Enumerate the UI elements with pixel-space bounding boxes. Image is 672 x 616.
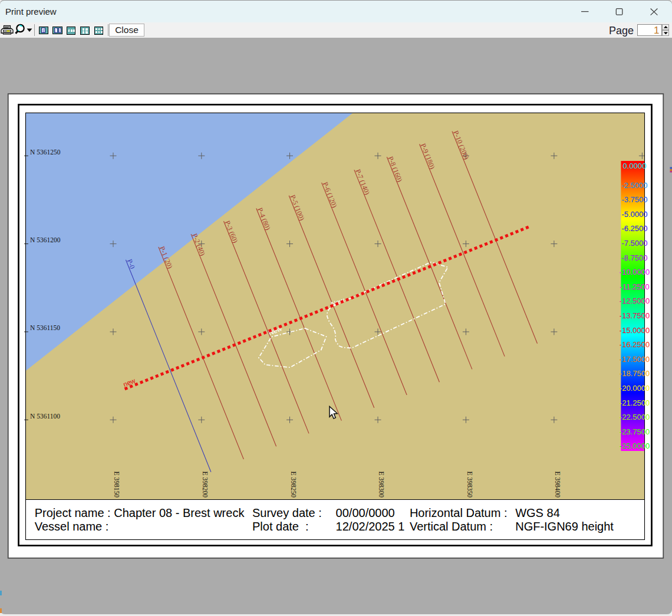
svg-text:Horizontal Datum :: Horizontal Datum :	[410, 506, 508, 519]
svg-text:-13.7500: -13.7500	[620, 311, 650, 320]
svg-text:-17.5000: -17.5000	[620, 355, 650, 364]
svg-text:-5.0000: -5.0000	[621, 210, 647, 219]
svg-text:E 398350: E 398350	[466, 472, 473, 498]
svg-text:-12.5000: -12.5000	[620, 297, 650, 305]
svg-text:N 5361150: N 5361150	[30, 324, 60, 331]
svg-text:E 398150: E 398150	[113, 472, 120, 498]
svg-text:N 5361100: N 5361100	[30, 413, 60, 420]
svg-text:-23.7500: -23.7500	[620, 427, 650, 436]
svg-text:-6.2500: -6.2500	[621, 224, 647, 233]
svg-text:E 398200: E 398200	[202, 472, 209, 498]
svg-text:-21.2500: -21.2500	[620, 398, 650, 407]
svg-text:N 5361200: N 5361200	[30, 236, 61, 243]
svg-text:-3.7500: -3.7500	[621, 195, 647, 204]
svg-text:Vertical Datum :: Vertical Datum :	[410, 520, 493, 533]
svg-text:Vessel name :: Vessel name :	[35, 520, 109, 533]
svg-text:-25.0000: -25.0000	[620, 442, 650, 450]
svg-text:0.0000: 0.0000	[623, 162, 647, 170]
svg-text:NGF-IGN69 height: NGF-IGN69 height	[515, 520, 614, 533]
svg-text:-16.2500: -16.2500	[620, 340, 650, 349]
svg-text:WGS 84: WGS 84	[515, 506, 560, 519]
svg-text:00/00/0000: 00/00/0000	[336, 506, 395, 519]
svg-text:-10.0000: -10.0000	[620, 268, 650, 276]
svg-text:-15.0000: -15.0000	[620, 326, 650, 335]
svg-text:-8.7500: -8.7500	[621, 253, 647, 262]
svg-text:-22.5000: -22.5000	[620, 413, 650, 421]
svg-text:-18.7500: -18.7500	[620, 369, 650, 378]
svg-text:-11.2500: -11.2500	[620, 282, 649, 291]
svg-text:Survey date :: Survey date :	[252, 506, 322, 519]
svg-text:-20.0000: -20.0000	[620, 384, 650, 393]
svg-text:E 398250: E 398250	[290, 472, 297, 498]
svg-text:-2.5000: -2.5000	[621, 181, 647, 190]
svg-text:-7.5000: -7.5000	[621, 239, 647, 248]
svg-text:Plot date :: Plot date :	[252, 520, 309, 533]
svg-text:E 398400: E 398400	[554, 472, 561, 498]
svg-text:12/02/2025 1: 12/02/2025 1	[336, 520, 405, 533]
svg-text:Project name : Chapter 08 - Br: Project name : Chapter 08 - Brest wreck	[35, 506, 245, 519]
svg-text:N 5361250: N 5361250	[30, 149, 61, 156]
svg-text:E 398300: E 398300	[378, 472, 385, 498]
